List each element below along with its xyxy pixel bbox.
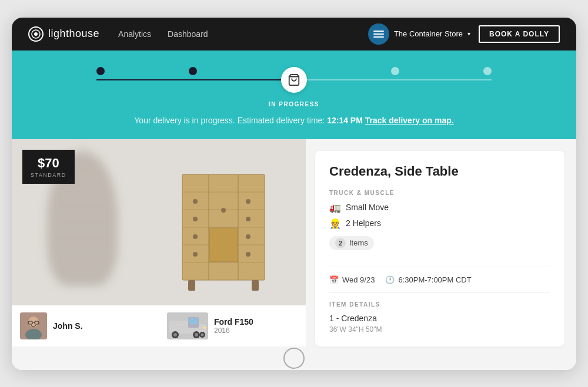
divider-1: [329, 267, 550, 267]
progress-label: IN PROGRESS: [269, 101, 319, 107]
device-frame: lighthouse Analytics Dashboard The Conta…: [12, 18, 576, 370]
store-avatar-lines: [373, 31, 384, 38]
calendar-icon: 📅: [329, 275, 339, 284]
svg-rect-42: [203, 327, 206, 329]
svg-rect-24: [252, 280, 259, 291]
svg-rect-34: [189, 318, 198, 324]
item-details-label: ITEM DETAILS: [329, 301, 550, 308]
store-avatar: [368, 23, 389, 45]
progress-step-4: [391, 67, 399, 75]
svg-rect-21: [246, 252, 250, 257]
progress-step-2: [189, 67, 197, 75]
schedule-time-item: 🕐 6:30PM-7:00PM CDT: [385, 275, 471, 284]
svg-rect-22: [209, 228, 238, 262]
nav-right: The Container Store ▾ BOOK A DOLLY: [368, 23, 560, 45]
svg-point-36: [173, 333, 177, 336]
svg-rect-12: [193, 199, 198, 204]
delivery-message: Your delivery is in progress. Estimated …: [134, 116, 453, 125]
navbar: lighthouse Analytics Dashboard The Conta…: [12, 18, 576, 51]
driver-card: John S.: [12, 305, 159, 346]
hero-section: IN PROGRESS Your delivery is in progress…: [12, 51, 576, 139]
move-type: Small Move: [346, 203, 389, 212]
schedule-date: Wed 9/23: [342, 275, 375, 284]
image-card: $70 STANDARD: [12, 139, 306, 346]
move-type-row: 🚛 Small Move: [329, 202, 550, 213]
svg-point-38: [195, 333, 198, 336]
avatar-line-3: [373, 36, 384, 38]
progress-step-3-active: [281, 67, 307, 93]
truck-card: Ford F150 2016: [159, 305, 306, 346]
truck-icon: 🚛: [329, 202, 341, 213]
divider-2: [329, 292, 550, 293]
progress-step-1: [96, 67, 105, 75]
truck-year: 2016: [214, 327, 253, 335]
credenza-image: [176, 157, 270, 298]
svg-point-1: [34, 32, 38, 36]
cart-icon: [288, 73, 300, 86]
price-amount: $70: [31, 156, 66, 171]
item-title: Credenza, Side Table: [329, 164, 550, 179]
store-selector[interactable]: The Container Store ▾: [368, 23, 470, 45]
store-name: The Container Store: [394, 29, 463, 38]
driver-name: John S.: [53, 321, 83, 331]
progress-track: [96, 67, 492, 93]
item-details-section: ITEM DETAILS 1 - Credenza 36"W 34"H 50"M: [329, 301, 550, 334]
items-count: 2: [335, 238, 346, 248]
price-type: STANDARD: [31, 172, 66, 178]
items-label: Items: [349, 238, 368, 247]
svg-rect-16: [221, 208, 226, 213]
track-delivery-link[interactable]: Track delivery on map.: [365, 116, 454, 125]
delivery-message-prefix: Your delivery is in progress. Estimated …: [134, 116, 327, 125]
svg-point-41: [201, 333, 204, 336]
schedule-date-item: 📅 Wed 9/23: [329, 275, 375, 284]
bottom-bar: [12, 346, 576, 370]
svg-point-26: [28, 317, 39, 327]
truck-info: Ford F150 2016: [214, 317, 253, 335]
chevron-down-icon: ▾: [467, 31, 470, 37]
svg-rect-23: [188, 280, 195, 291]
credenza-item-name: 1 - Credenza: [329, 314, 550, 323]
truck-muscle-label: TRUCK & MUSCLE: [329, 190, 550, 196]
progress-steps: [96, 67, 492, 93]
svg-rect-14: [193, 234, 198, 239]
estimated-time: 12:14 PM: [327, 116, 363, 125]
svg-rect-18: [246, 199, 250, 204]
svg-rect-15: [193, 252, 198, 257]
schedule-time: 6:30PM-7:00PM CDT: [398, 275, 471, 284]
helpers-count: 2 Helpers: [346, 218, 381, 228]
price-badge: $70 STANDARD: [22, 150, 75, 184]
app-name: lighthouse: [48, 28, 99, 40]
credenza-dimensions: 36"W 34"H 50"M: [329, 325, 550, 334]
avatar-line-2: [373, 33, 384, 35]
logo-icon: [28, 26, 44, 42]
svg-rect-19: [246, 217, 250, 221]
details-card: Credenza, Side Table TRUCK & MUSCLE 🚛 Sm…: [315, 151, 564, 346]
logo-area: lighthouse: [28, 26, 99, 42]
driver-photo: [20, 312, 47, 339]
book-dolly-button[interactable]: BOOK A DOLLY: [479, 25, 560, 43]
nav-dashboard[interactable]: Dashboard: [168, 29, 208, 39]
progress-step-5: [483, 67, 492, 75]
truck-photo: [167, 312, 208, 339]
home-indicator[interactable]: [283, 348, 305, 369]
main-content: $70 STANDARD: [12, 139, 576, 346]
driver-row: John S.: [12, 305, 306, 346]
svg-rect-20: [246, 234, 250, 239]
schedule-row: 📅 Wed 9/23 🕐 6:30PM-7:00PM CDT: [329, 275, 550, 284]
items-badge: 2 Items: [329, 236, 374, 250]
svg-rect-13: [193, 217, 198, 221]
clock-icon: 🕐: [385, 275, 395, 284]
avatar-line-1: [373, 31, 384, 32]
helpers-row: 👷 2 Helpers: [329, 218, 550, 229]
nav-analytics[interactable]: Analytics: [118, 29, 151, 39]
helpers-icon: 👷: [329, 218, 341, 229]
truck-name: Ford F150: [214, 317, 253, 327]
nav-links: Analytics Dashboard: [118, 29, 368, 39]
